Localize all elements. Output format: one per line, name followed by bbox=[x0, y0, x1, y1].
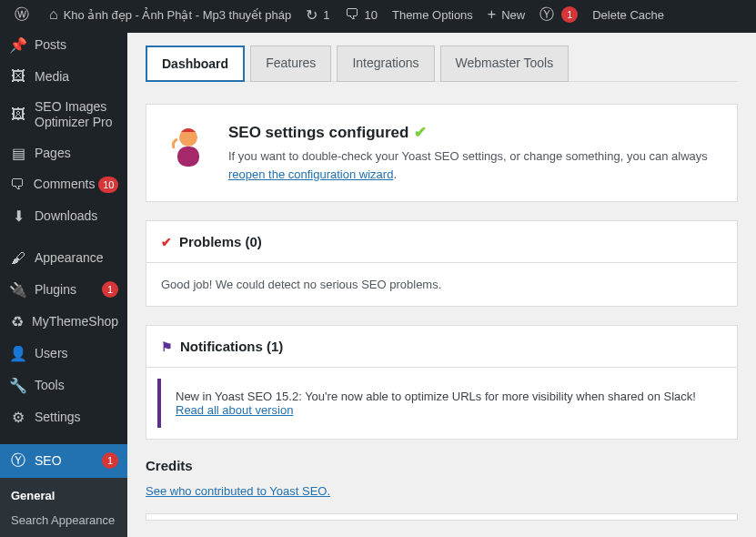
download-icon: ⬇ bbox=[9, 208, 27, 225]
delete-cache-link[interactable]: Delete Cache bbox=[585, 0, 671, 29]
submenu-search-appearance[interactable]: Search Appearance bbox=[0, 508, 127, 532]
notifications-card: ⚑Notifications (1) New in Yoast SEO 15.2… bbox=[146, 325, 738, 440]
main-content: Dashboard Features Integrations Webmaste… bbox=[127, 29, 756, 537]
sidebar-item-posts[interactable]: 📌Posts bbox=[0, 29, 127, 61]
sidebar-item-plugins[interactable]: 🔌Plugins1 bbox=[0, 274, 127, 306]
brush-icon: 🖌 bbox=[9, 250, 27, 267]
plugin-icon: 🔌 bbox=[9, 281, 27, 299]
sidebar-item-appearance[interactable]: 🖌Appearance bbox=[0, 243, 127, 274]
sidebar-submenu-seo: General Search Appearance Social Tools P… bbox=[0, 478, 127, 537]
plugins-count-badge: 1 bbox=[102, 281, 118, 298]
problems-card: ✔Problems (0) Good job! We could detect … bbox=[146, 220, 738, 307]
tab-features[interactable]: Features bbox=[250, 46, 331, 82]
problems-body: Good job! We could detect no serious SEO… bbox=[146, 263, 737, 306]
settings-tabs: Dashboard Features Integrations Webmaste… bbox=[146, 46, 738, 82]
notification-link[interactable]: Read all about version bbox=[176, 403, 293, 417]
intro-card: SEO settings configured✔ If you want to … bbox=[146, 104, 738, 202]
wp-logo[interactable]: ⓦ bbox=[7, 0, 42, 29]
cycle-icon: ♻ bbox=[9, 313, 25, 330]
sidebar-item-media[interactable]: 🖾Media bbox=[0, 61, 127, 92]
comments-link[interactable]: 🗨10 bbox=[338, 0, 385, 29]
admin-sidebar: 📌Posts 🖾Media 🖼SEO Images Optimizer Pro … bbox=[0, 29, 127, 537]
tab-webmaster[interactable]: Webmaster Tools bbox=[440, 46, 570, 82]
home-icon: ⌂ bbox=[49, 6, 58, 23]
reopen-wizard-link[interactable]: reopen the configuration wizard bbox=[228, 167, 393, 181]
image-icon: 🖼 bbox=[9, 106, 27, 123]
site-name: Kho ảnh đẹp - Ảnh Phật - Mp3 thuyết pháp bbox=[64, 8, 292, 22]
site-link[interactable]: ⌂Kho ảnh đẹp - Ảnh Phật - Mp3 thuyết phá… bbox=[42, 0, 298, 29]
tab-integrations[interactable]: Integrations bbox=[337, 46, 434, 82]
intro-title: SEO settings configured✔ bbox=[228, 123, 719, 142]
comments-count-badge: 10 bbox=[98, 177, 118, 193]
bottom-card-edge bbox=[146, 513, 738, 521]
sidebar-item-tools[interactable]: 🔧Tools bbox=[0, 370, 127, 401]
sidebar-item-comments[interactable]: 🗨Comments10 bbox=[0, 169, 127, 200]
svg-rect-1 bbox=[177, 147, 199, 167]
updates-link[interactable]: ↻1 bbox=[298, 0, 337, 29]
credits-title: Credits bbox=[146, 458, 738, 473]
refresh-icon: ↻ bbox=[306, 6, 318, 24]
comment-icon: 🗨 bbox=[9, 177, 26, 193]
credits-link[interactable]: See who contributed to Yoast SEO. bbox=[146, 484, 330, 498]
sidebar-item-users[interactable]: 👤Users bbox=[0, 338, 127, 370]
yoast-badge: 1 bbox=[561, 6, 578, 23]
theme-options-link[interactable]: Theme Options bbox=[385, 0, 480, 29]
admin-topbar: ⓦ ⌂Kho ảnh đẹp - Ảnh Phật - Mp3 thuyết p… bbox=[0, 0, 756, 29]
yoast-link[interactable]: Ⓨ1 bbox=[532, 0, 585, 29]
new-link[interactable]: +New bbox=[480, 0, 532, 29]
yoast-icon: Ⓨ bbox=[9, 451, 27, 471]
yoast-icon: Ⓨ bbox=[539, 5, 554, 25]
sidebar-item-mythemeshop[interactable]: ♻MyThemeShop bbox=[0, 306, 127, 338]
assistant-avatar-icon bbox=[165, 123, 212, 170]
user-icon: 👤 bbox=[9, 345, 27, 362]
media-icon: 🖾 bbox=[9, 68, 27, 85]
seo-count-badge: 1 bbox=[102, 452, 118, 469]
pin-icon: 📌 bbox=[9, 36, 27, 54]
sidebar-item-seo[interactable]: ⓎSEO1 bbox=[0, 444, 127, 478]
plus-icon: + bbox=[488, 6, 496, 23]
submenu-general[interactable]: General bbox=[0, 483, 127, 508]
wordpress-icon: ⓦ bbox=[15, 5, 29, 25]
check-circle-icon: ✔ bbox=[161, 235, 172, 249]
sliders-icon: ⚙ bbox=[9, 409, 27, 426]
comment-icon: 🗨 bbox=[345, 6, 359, 23]
check-icon: ✔ bbox=[414, 123, 427, 142]
flag-icon: ⚑ bbox=[161, 339, 173, 354]
sidebar-item-pages[interactable]: ▤Pages bbox=[0, 137, 127, 169]
notification-item: New in Yoast SEO 15.2: You're now able t… bbox=[157, 379, 737, 428]
wrench-icon: 🔧 bbox=[9, 377, 27, 394]
notifications-header[interactable]: ⚑Notifications (1) bbox=[146, 326, 737, 368]
tab-dashboard[interactable]: Dashboard bbox=[146, 46, 245, 82]
sidebar-item-downloads[interactable]: ⬇Downloads bbox=[0, 200, 127, 232]
submenu-social[interactable]: Social bbox=[0, 532, 127, 537]
sidebar-item-seo-images[interactable]: 🖼SEO Images Optimizer Pro bbox=[0, 92, 127, 137]
problems-header[interactable]: ✔Problems (0) bbox=[146, 221, 737, 263]
page-icon: ▤ bbox=[9, 145, 27, 162]
sidebar-item-settings[interactable]: ⚙Settings bbox=[0, 401, 127, 433]
credits-section: Credits See who contributed to Yoast SEO… bbox=[146, 458, 738, 499]
intro-text: If you want to double-check your Yoast S… bbox=[228, 147, 719, 183]
